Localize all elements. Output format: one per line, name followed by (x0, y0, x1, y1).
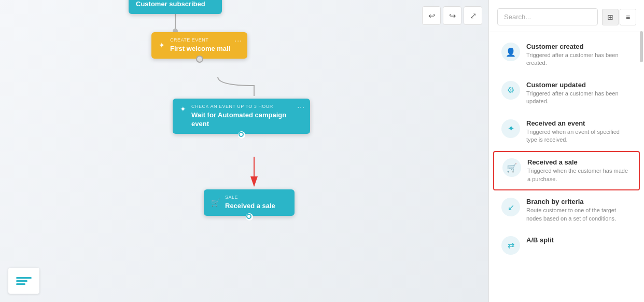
right-panel: ⊞ ≡ 👤Customer createdTriggered after a c… (488, 0, 644, 302)
panel-item-received_event[interactable]: ✦Received an eventTriggered when an even… (493, 113, 640, 150)
received_sale-icon: 🛒 (502, 158, 521, 177)
customer_updated-content: Customer updatedTriggered after a custom… (526, 81, 632, 106)
view-toggle: ⊞ ≡ (602, 9, 636, 25)
mini-bar-1 (16, 277, 32, 279)
create-event-node[interactable]: ··· ✦ CREATE EVENT First welcome mail (151, 32, 247, 59)
branch_criteria-icon: ↙ (501, 198, 520, 216)
sale-connector (246, 213, 253, 221)
list-view-button[interactable]: ≡ (620, 9, 636, 25)
check-event-label: CHECK AN EVENT UP TO 3 HOUR (191, 104, 303, 109)
create-event-label: CREATE EVENT (170, 37, 230, 43)
check-event-node[interactable]: ··· ✦ CHECK AN EVENT UP TO 3 HOUR Wait f… (173, 99, 310, 134)
received_sale-desc: Triggered when the customer has made a p… (527, 167, 631, 183)
received_sale-title: Received a sale (527, 158, 631, 166)
check-event-icon: ✦ (180, 105, 186, 113)
panel-item-customer_created[interactable]: 👤Customer createdTriggered after a custo… (493, 36, 640, 74)
panel-item-ab_split[interactable]: ⇄A/B split (493, 230, 640, 261)
panel-item-customer_updated[interactable]: ⚙Customer updatedTriggered after a custo… (493, 75, 640, 112)
sale-icon: 🛒 (211, 198, 220, 207)
received_event-content: Received an eventTriggered when an event… (526, 119, 632, 144)
redo-button[interactable]: ↪ (443, 6, 461, 25)
customer_created-content: Customer createdTriggered after a custom… (526, 43, 632, 67)
sale-title: Received a sale (225, 202, 275, 211)
scroll-indicator (640, 31, 643, 62)
customer_updated-desc: Triggered after a customer has been upda… (526, 90, 632, 106)
canvas-area[interactable]: ↩ ↪ ⤢ Customer subscribed ··· ✦ CREATE E… (0, 0, 488, 302)
create-event-icon: ✦ (159, 41, 165, 49)
customer_created-desc: Triggered after a customer has been crea… (526, 51, 632, 67)
create-event-connector (196, 56, 203, 63)
received_sale-content: Received a saleTriggered when the custom… (527, 158, 631, 183)
customer_created-title: Customer created (526, 43, 632, 50)
create-event-title: First welcome mail (170, 45, 230, 53)
customer_updated-icon: ⚙ (501, 81, 520, 100)
branch_criteria-content: Branch by criteriaRoute customer to one … (526, 198, 632, 223)
customer-subscribed-node[interactable]: Customer subscribed (129, 0, 222, 14)
ab_split-icon: ⇄ (501, 236, 520, 255)
received_event-title: Received an event (526, 119, 632, 127)
customer_created-icon: 👤 (501, 43, 520, 61)
received_event-desc: Triggered when an event of specified typ… (526, 128, 632, 144)
undo-button[interactable]: ↩ (422, 6, 441, 25)
received_event-icon: ✦ (501, 119, 520, 138)
sale-node[interactable]: 🛒 SALE Received a sale (204, 189, 295, 216)
customer_updated-title: Customer updated (526, 81, 632, 89)
mini-bar-2 (16, 280, 27, 282)
create-event-dots: ··· (234, 36, 242, 45)
branch_criteria-desc: Route customer to one of the target node… (526, 207, 632, 223)
panel-list: 👤Customer createdTriggered after a custo… (489, 32, 644, 302)
branch_criteria-title: Branch by criteria (526, 198, 632, 205)
ab_split-title: A/B split (526, 236, 632, 244)
panel-item-branch_criteria[interactable]: ↙Branch by criteriaRoute customer to one… (493, 191, 640, 229)
canvas-toolbar: ↩ ↪ ⤢ (422, 6, 482, 25)
fullscreen-button[interactable]: ⤢ (464, 6, 482, 25)
customer-subscribed-title: Customer subscribed (136, 0, 205, 8)
mini-map-bars (16, 277, 32, 285)
check-event-connector (238, 131, 245, 139)
panel-header: ⊞ ≡ (489, 0, 644, 32)
grid-view-button[interactable]: ⊞ (602, 9, 619, 25)
check-event-title: Wait for Automated campaign event (191, 111, 303, 129)
mini-map (8, 268, 39, 294)
search-input[interactable] (497, 8, 598, 25)
sale-label: SALE (225, 195, 275, 200)
panel-item-received_sale[interactable]: 🛒Received a saleTriggered when the custo… (493, 151, 640, 190)
mini-bar-3 (16, 283, 25, 285)
ab_split-content: A/B split (526, 236, 632, 245)
